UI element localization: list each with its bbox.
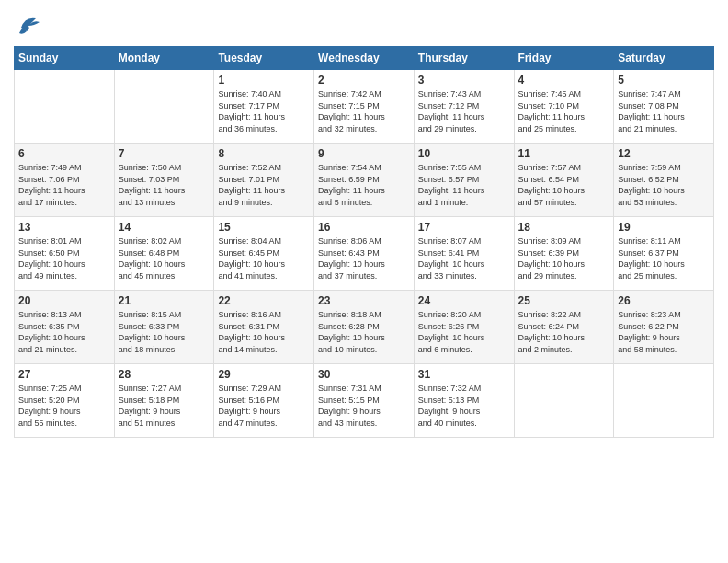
day-info: Sunrise: 7:32 AM Sunset: 5:13 PM Dayligh… bbox=[418, 383, 510, 429]
header-row: SundayMondayTuesdayWednesdayThursdayFrid… bbox=[15, 47, 714, 70]
day-info: Sunrise: 8:15 AM Sunset: 6:33 PM Dayligh… bbox=[119, 309, 210, 355]
day-info: Sunrise: 7:55 AM Sunset: 6:57 PM Dayligh… bbox=[418, 162, 510, 208]
day-info: Sunrise: 7:52 AM Sunset: 7:01 PM Dayligh… bbox=[218, 162, 310, 208]
calendar-cell: 17Sunrise: 8:07 AM Sunset: 6:41 PM Dayli… bbox=[414, 217, 514, 291]
week-row-0: 1Sunrise: 7:40 AM Sunset: 7:17 PM Daylig… bbox=[15, 70, 714, 144]
calendar-cell: 25Sunrise: 8:22 AM Sunset: 6:24 PM Dayli… bbox=[514, 291, 614, 364]
day-info: Sunrise: 7:45 AM Sunset: 7:10 PM Dayligh… bbox=[518, 88, 610, 134]
week-row-2: 13Sunrise: 8:01 AM Sunset: 6:50 PM Dayli… bbox=[15, 217, 714, 291]
day-number: 20 bbox=[18, 294, 110, 307]
day-info: Sunrise: 8:13 AM Sunset: 6:35 PM Dayligh… bbox=[18, 309, 110, 355]
day-info: Sunrise: 7:42 AM Sunset: 7:15 PM Dayligh… bbox=[318, 88, 410, 134]
calendar-cell: 5Sunrise: 7:47 AM Sunset: 7:08 PM Daylig… bbox=[614, 70, 714, 144]
day-info: Sunrise: 7:25 AM Sunset: 5:20 PM Dayligh… bbox=[18, 383, 110, 429]
weekday-header-monday: Monday bbox=[114, 47, 214, 70]
day-info: Sunrise: 7:43 AM Sunset: 7:12 PM Dayligh… bbox=[418, 88, 510, 134]
day-info: Sunrise: 8:11 AM Sunset: 6:37 PM Dayligh… bbox=[618, 236, 710, 282]
day-number: 3 bbox=[418, 74, 510, 86]
calendar-cell: 23Sunrise: 8:18 AM Sunset: 6:28 PM Dayli… bbox=[314, 291, 415, 364]
day-number: 7 bbox=[119, 147, 210, 160]
calendar-cell: 10Sunrise: 7:55 AM Sunset: 6:57 PM Dayli… bbox=[414, 144, 514, 217]
calendar-table: SundayMondayTuesdayWednesdayThursdayFrid… bbox=[14, 46, 714, 438]
day-number: 8 bbox=[218, 147, 310, 160]
weekday-header-saturday: Saturday bbox=[614, 47, 714, 70]
calendar-cell: 16Sunrise: 8:06 AM Sunset: 6:43 PM Dayli… bbox=[314, 217, 415, 291]
calendar-cell bbox=[114, 70, 214, 144]
day-number: 27 bbox=[18, 368, 110, 381]
calendar-cell: 9Sunrise: 7:54 AM Sunset: 6:59 PM Daylig… bbox=[314, 144, 415, 217]
day-number: 10 bbox=[418, 147, 510, 160]
day-number: 29 bbox=[218, 368, 310, 381]
day-number: 12 bbox=[618, 147, 710, 160]
page-container: SundayMondayTuesdayWednesdayThursdayFrid… bbox=[0, 0, 728, 447]
day-info: Sunrise: 7:54 AM Sunset: 6:59 PM Dayligh… bbox=[318, 162, 410, 208]
day-info: Sunrise: 8:23 AM Sunset: 6:22 PM Dayligh… bbox=[618, 309, 710, 355]
day-number: 26 bbox=[618, 294, 710, 307]
day-info: Sunrise: 7:57 AM Sunset: 6:54 PM Dayligh… bbox=[518, 162, 610, 208]
day-number: 16 bbox=[318, 221, 410, 234]
day-number: 18 bbox=[518, 221, 610, 234]
calendar-cell: 14Sunrise: 8:02 AM Sunset: 6:48 PM Dayli… bbox=[114, 217, 214, 291]
day-number: 4 bbox=[518, 74, 610, 86]
header bbox=[14, 9, 714, 39]
day-number: 28 bbox=[119, 368, 210, 381]
bird-icon bbox=[14, 9, 43, 39]
logo bbox=[14, 9, 45, 39]
day-number: 11 bbox=[518, 147, 610, 160]
calendar-cell: 3Sunrise: 7:43 AM Sunset: 7:12 PM Daylig… bbox=[414, 70, 514, 144]
day-info: Sunrise: 7:40 AM Sunset: 7:17 PM Dayligh… bbox=[218, 88, 310, 134]
calendar-cell: 19Sunrise: 8:11 AM Sunset: 6:37 PM Dayli… bbox=[614, 217, 714, 291]
day-number: 25 bbox=[518, 294, 610, 307]
day-number: 6 bbox=[18, 147, 110, 160]
calendar-cell: 1Sunrise: 7:40 AM Sunset: 7:17 PM Daylig… bbox=[214, 70, 314, 144]
day-number: 22 bbox=[218, 294, 310, 307]
day-info: Sunrise: 7:59 AM Sunset: 6:52 PM Dayligh… bbox=[618, 162, 710, 208]
calendar-cell: 30Sunrise: 7:31 AM Sunset: 5:15 PM Dayli… bbox=[314, 364, 415, 438]
calendar-cell: 8Sunrise: 7:52 AM Sunset: 7:01 PM Daylig… bbox=[214, 144, 314, 217]
calendar-cell bbox=[15, 70, 115, 144]
day-info: Sunrise: 7:49 AM Sunset: 7:06 PM Dayligh… bbox=[18, 162, 110, 208]
day-number: 23 bbox=[318, 294, 410, 307]
week-row-1: 6Sunrise: 7:49 AM Sunset: 7:06 PM Daylig… bbox=[15, 144, 714, 217]
day-info: Sunrise: 7:27 AM Sunset: 5:18 PM Dayligh… bbox=[119, 383, 210, 429]
day-number: 1 bbox=[218, 74, 310, 86]
day-info: Sunrise: 8:02 AM Sunset: 6:48 PM Dayligh… bbox=[119, 236, 210, 282]
day-info: Sunrise: 8:01 AM Sunset: 6:50 PM Dayligh… bbox=[18, 236, 110, 282]
calendar-cell bbox=[614, 364, 714, 438]
calendar-cell: 28Sunrise: 7:27 AM Sunset: 5:18 PM Dayli… bbox=[114, 364, 214, 438]
day-number: 30 bbox=[318, 368, 410, 381]
calendar-cell: 27Sunrise: 7:25 AM Sunset: 5:20 PM Dayli… bbox=[15, 364, 115, 438]
weekday-header-wednesday: Wednesday bbox=[314, 47, 415, 70]
week-row-3: 20Sunrise: 8:13 AM Sunset: 6:35 PM Dayli… bbox=[15, 291, 714, 364]
day-number: 14 bbox=[119, 221, 210, 234]
day-number: 24 bbox=[418, 294, 510, 307]
day-number: 17 bbox=[418, 221, 510, 234]
calendar-cell: 11Sunrise: 7:57 AM Sunset: 6:54 PM Dayli… bbox=[514, 144, 614, 217]
day-info: Sunrise: 7:31 AM Sunset: 5:15 PM Dayligh… bbox=[318, 383, 410, 429]
calendar-cell: 4Sunrise: 7:45 AM Sunset: 7:10 PM Daylig… bbox=[514, 70, 614, 144]
weekday-header-tuesday: Tuesday bbox=[214, 47, 314, 70]
day-number: 5 bbox=[618, 74, 710, 86]
calendar-cell: 22Sunrise: 8:16 AM Sunset: 6:31 PM Dayli… bbox=[214, 291, 314, 364]
day-number: 2 bbox=[318, 74, 410, 86]
calendar-cell: 12Sunrise: 7:59 AM Sunset: 6:52 PM Dayli… bbox=[614, 144, 714, 217]
weekday-header-sunday: Sunday bbox=[15, 47, 115, 70]
day-info: Sunrise: 7:29 AM Sunset: 5:16 PM Dayligh… bbox=[218, 383, 310, 429]
calendar-cell: 2Sunrise: 7:42 AM Sunset: 7:15 PM Daylig… bbox=[314, 70, 415, 144]
day-number: 13 bbox=[18, 221, 110, 234]
day-info: Sunrise: 8:04 AM Sunset: 6:45 PM Dayligh… bbox=[218, 236, 310, 282]
day-info: Sunrise: 8:07 AM Sunset: 6:41 PM Dayligh… bbox=[418, 236, 510, 282]
calendar-cell: 31Sunrise: 7:32 AM Sunset: 5:13 PM Dayli… bbox=[414, 364, 514, 438]
day-number: 9 bbox=[318, 147, 410, 160]
day-info: Sunrise: 8:16 AM Sunset: 6:31 PM Dayligh… bbox=[218, 309, 310, 355]
calendar-cell: 6Sunrise: 7:49 AM Sunset: 7:06 PM Daylig… bbox=[15, 144, 115, 217]
calendar-cell: 21Sunrise: 8:15 AM Sunset: 6:33 PM Dayli… bbox=[114, 291, 214, 364]
day-info: Sunrise: 7:47 AM Sunset: 7:08 PM Dayligh… bbox=[618, 88, 710, 134]
calendar-cell bbox=[514, 364, 614, 438]
calendar-cell: 7Sunrise: 7:50 AM Sunset: 7:03 PM Daylig… bbox=[114, 144, 214, 217]
week-row-4: 27Sunrise: 7:25 AM Sunset: 5:20 PM Dayli… bbox=[15, 364, 714, 438]
day-info: Sunrise: 8:20 AM Sunset: 6:26 PM Dayligh… bbox=[418, 309, 510, 355]
calendar-cell: 20Sunrise: 8:13 AM Sunset: 6:35 PM Dayli… bbox=[15, 291, 115, 364]
day-info: Sunrise: 7:50 AM Sunset: 7:03 PM Dayligh… bbox=[119, 162, 210, 208]
calendar-cell: 29Sunrise: 7:29 AM Sunset: 5:16 PM Dayli… bbox=[214, 364, 314, 438]
